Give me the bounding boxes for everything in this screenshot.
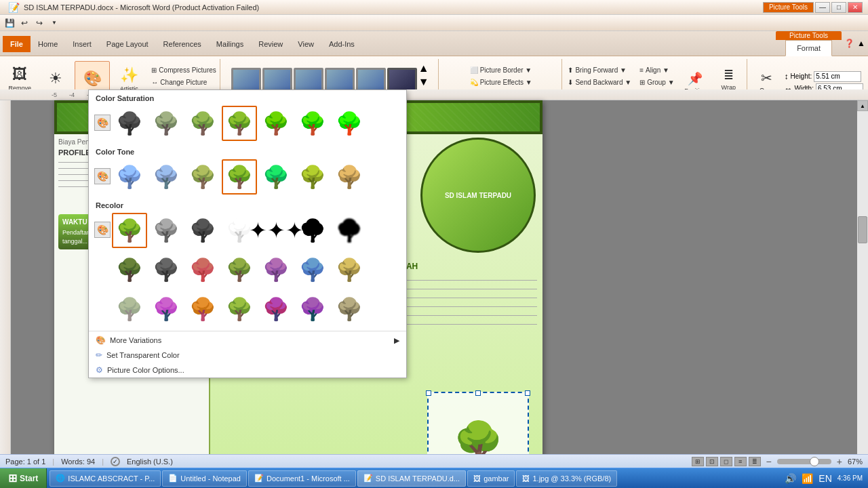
sat-swatch-1[interactable]: 🌳: [112, 106, 147, 141]
scroll-up-btn[interactable]: ▲: [857, 100, 868, 111]
recolor-swatch-shadow[interactable]: 🌳: [332, 213, 367, 248]
zoom-in-btn[interactable]: +: [837, 456, 842, 467]
zoom-thumb[interactable]: [810, 457, 819, 466]
handle-tr[interactable]: [525, 390, 530, 396]
handle-tc[interactable]: [475, 390, 481, 396]
sat-swatch-7[interactable]: 🌳: [332, 106, 367, 141]
tab-view[interactable]: View: [290, 36, 321, 52]
tray-icon-2[interactable]: 📶: [802, 473, 813, 484]
recolor-swatch-black[interactable]: 🌳: [295, 213, 330, 248]
tab-references[interactable]: References: [156, 36, 209, 52]
group-btn[interactable]: ⊞ Group ▼: [636, 77, 679, 88]
print-layout-btn[interactable]: ⊞: [692, 457, 704, 466]
zoom-slider[interactable]: [777, 459, 831, 464]
minimize-btn[interactable]: —: [815, 2, 830, 13]
zoom-out-btn[interactable]: −: [766, 456, 772, 467]
recolor-r7[interactable]: 🌳: [332, 252, 367, 287]
tone-swatch-6[interactable]: 🌳: [295, 159, 330, 195]
height-input[interactable]: [814, 71, 861, 82]
recolor-s5[interactable]: 🌳: [258, 291, 294, 327]
sat-swatch-5[interactable]: 🌳: [258, 106, 294, 141]
ribbon-help-btn[interactable]: ❓: [844, 39, 854, 48]
system-clock[interactable]: 4:36 PM: [837, 474, 863, 482]
tone-swatch-3[interactable]: 🌳: [185, 159, 220, 195]
tab-home[interactable]: Home: [31, 36, 65, 52]
picture-border-btn[interactable]: ⬜ Picture Border ▼: [467, 64, 536, 76]
ribbon-collapse-btn[interactable]: ▲: [857, 39, 865, 48]
saturation-preset-icon[interactable]: 🎨: [94, 115, 111, 131]
spell-check-icon[interactable]: ✓: [111, 457, 120, 466]
undo-qa-btn[interactable]: ↩: [18, 16, 31, 30]
recolor-s4[interactable]: 🌳: [222, 291, 257, 327]
tone-swatch-5[interactable]: 🌳: [258, 159, 294, 195]
taskbar-ie[interactable]: 🌐 ISLAMC ABSCRACT - P...: [50, 470, 161, 487]
tone-swatch-2[interactable]: 🌳: [149, 159, 184, 195]
taskbar-ps[interactable]: 🖼 1.jpg @ 33.3% (RGB/8): [516, 470, 617, 487]
taskbar-word2[interactable]: 📝 SD ISLAM TERPADU.d...: [357, 470, 466, 487]
lang-indicator[interactable]: EN: [818, 473, 831, 484]
recolor-swatch-dots[interactable]: ✦✦✦: [258, 213, 294, 248]
tab-insert[interactable]: Insert: [65, 36, 99, 52]
save-qa-btn[interactable]: 💾: [3, 16, 16, 30]
recolor-r1[interactable]: 🌳: [112, 252, 147, 287]
change-picture-btn[interactable]: ↔ Change Picture: [148, 77, 219, 88]
recolor-s1[interactable]: 🌳: [112, 291, 147, 327]
taskbar-folder[interactable]: 🖼 gambar: [467, 470, 515, 487]
taskbar-word1[interactable]: 📝 Document1 - Microsoft ...: [248, 470, 356, 487]
recolor-r4[interactable]: 🌳: [222, 252, 257, 287]
scroll-thumb[interactable]: [858, 216, 867, 243]
sat-swatch-3[interactable]: 🌳: [185, 106, 220, 141]
styles-scroll-down[interactable]: ▼: [418, 76, 429, 88]
picture-color-options-btn[interactable]: ⚙ Picture Color Options...: [89, 363, 406, 378]
set-transparent-btn[interactable]: ✏ Set Transparent Color: [89, 348, 406, 363]
recolor-swatch-sel[interactable]: 🌳: [112, 213, 147, 248]
start-button[interactable]: ⊞ Start: [0, 468, 47, 489]
redo-qa-btn[interactable]: ↪: [33, 16, 46, 30]
recolor-preset-icon[interactable]: 🎨: [94, 222, 111, 238]
tray-icon-1[interactable]: 🔊: [785, 473, 796, 484]
close-btn[interactable]: ✕: [848, 2, 863, 13]
align-btn[interactable]: ≡ Align ▼: [636, 64, 679, 76]
draft-view-btn[interactable]: ≣: [749, 457, 761, 466]
recolor-r6[interactable]: 🌳: [295, 252, 330, 287]
taskbar-notepad[interactable]: 📄 Untitled - Notepad: [162, 470, 247, 487]
tone-swatch-7[interactable]: 🌳: [332, 159, 367, 195]
scrollbar-vertical[interactable]: ▲ ▼: [857, 100, 868, 472]
folder-label: gambar: [484, 474, 509, 483]
send-backward-btn[interactable]: ⬇ Send Backward ▼: [564, 77, 635, 88]
tone-swatch-1[interactable]: 🌳: [112, 159, 147, 195]
recolor-s6[interactable]: 🌳: [295, 291, 330, 327]
recolor-s2[interactable]: 🌳: [149, 291, 184, 327]
tab-add-ins[interactable]: Add-Ins: [321, 36, 362, 52]
styles-scroll-up[interactable]: ▲: [418, 62, 429, 75]
tab-page-layout[interactable]: Page Layout: [99, 36, 156, 52]
tone-swatch-4[interactable]: 🌳: [222, 159, 257, 195]
tab-file[interactable]: File: [3, 36, 31, 52]
web-layout-btn[interactable]: ◻: [720, 457, 732, 466]
recolor-swatch-dark[interactable]: 🌳: [185, 213, 220, 248]
outline-view-btn[interactable]: ≡: [734, 457, 747, 466]
recolor-swatch-gray[interactable]: 🌳: [149, 213, 184, 248]
tone-preset-icon[interactable]: 🎨: [94, 168, 111, 184]
handle-tl[interactable]: [426, 390, 431, 396]
qa-dropdown-btn[interactable]: ▼: [47, 16, 61, 30]
recolor-s3[interactable]: 🌳: [185, 291, 220, 327]
recolor-r2[interactable]: 🌳: [149, 252, 184, 287]
tab-mailings[interactable]: Mailings: [209, 36, 251, 52]
bring-forward-btn[interactable]: ⬆ Bring Forward ▼: [564, 64, 635, 76]
compress-btn[interactable]: ⊞ Compress Pictures: [148, 64, 219, 76]
sat-swatch-4[interactable]: 🌳: [222, 106, 257, 141]
recolor-r5[interactable]: 🌳: [258, 252, 294, 287]
recolor-r3[interactable]: 🌳: [185, 252, 220, 287]
sat-swatch-2[interactable]: 🌳: [149, 106, 184, 141]
tab-review[interactable]: Review: [251, 36, 290, 52]
maximize-btn[interactable]: □: [831, 2, 846, 13]
word2-label: SD ISLAM TERPADU.d...: [376, 474, 460, 483]
sat-swatch-6[interactable]: 🌳: [295, 106, 330, 141]
recolor-s7[interactable]: 🌳: [332, 291, 367, 327]
picture-effects-btn[interactable]: 💫 Picture Effects ▼: [467, 77, 536, 88]
more-variations-btn[interactable]: 🎨 More Variations ▶: [89, 333, 406, 348]
zoom-level[interactable]: 67%: [848, 458, 863, 466]
tab-format[interactable]: Format: [785, 40, 832, 56]
full-screen-btn[interactable]: ⊡: [706, 457, 718, 466]
